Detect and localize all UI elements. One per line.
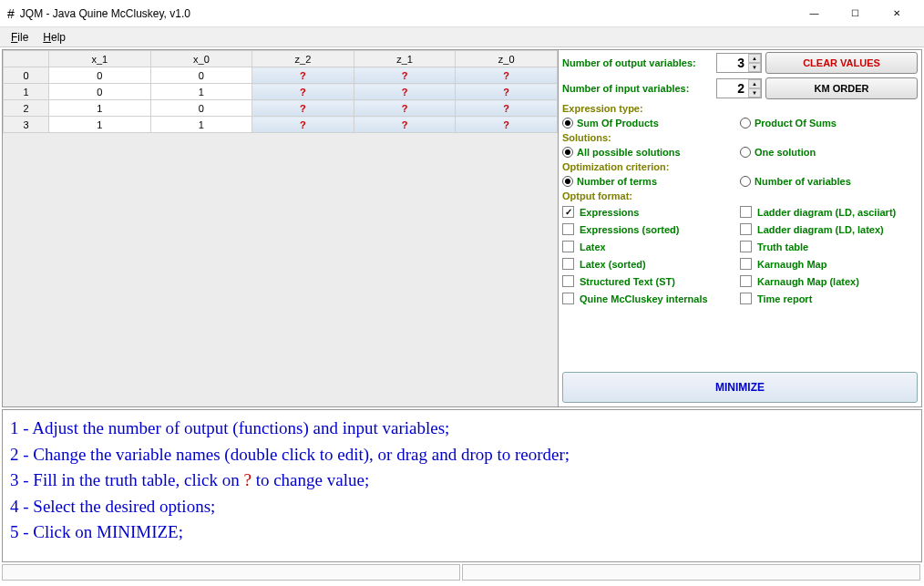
radio-product-of-sums[interactable]: Product Of Sums (740, 118, 918, 129)
radio-sum-of-products[interactable]: Sum Of Products (562, 118, 740, 129)
num-output-input[interactable] (717, 56, 748, 70)
num-input-spinner[interactable]: ▲ ▼ (716, 78, 762, 98)
output-cell[interactable]: ? (252, 84, 354, 100)
instructions-panel: 1 - Adjust the number of output (functio… (2, 409, 922, 562)
status-cell-right (462, 564, 920, 581)
check-structured-text[interactable]: Structured Text (ST) (562, 275, 740, 287)
truth-table: x_1x_0z_2z_1z_0 000???101???210???311??? (3, 50, 558, 133)
radio-number-of-terms[interactable]: Number of terms (562, 176, 740, 187)
table-row: 101??? (4, 84, 558, 100)
maximize-window-button[interactable]: ☐ (835, 0, 876, 26)
output-cell[interactable]: ? (252, 67, 354, 84)
num-input-down[interactable]: ▼ (748, 88, 761, 98)
row-index: 3 (4, 117, 49, 133)
menu-bar: File Help (0, 27, 924, 47)
input-cell: 1 (150, 84, 252, 100)
num-input-input[interactable] (717, 81, 748, 96)
window-title: JQM - Java Quine McCluskey, v1.0 (20, 7, 794, 20)
input-cell: 1 (150, 117, 252, 133)
check-time-report[interactable]: Time report (740, 293, 918, 304)
status-bar (2, 564, 922, 581)
output-cell[interactable]: ? (252, 117, 354, 133)
num-output-label: Number of output variables: (562, 57, 713, 68)
input-cell: 0 (150, 67, 252, 84)
input-cell: 0 (49, 67, 151, 84)
output-cell[interactable]: ? (456, 100, 558, 117)
minimize-window-button[interactable]: — (794, 0, 835, 26)
output-cell[interactable]: ? (456, 67, 558, 84)
table-row: 000??? (4, 67, 558, 84)
check-expressions-sorted[interactable]: Expressions (sorted) (562, 223, 740, 235)
check-ladder-latex[interactable]: Ladder diagram (LD, latex) (740, 223, 918, 235)
num-input-up[interactable]: ▲ (748, 79, 761, 88)
num-input-label: Number of input variables: (562, 83, 713, 94)
controls-panel: Number of output variables: ▲ ▼ CLEAR VA… (559, 50, 921, 406)
radio-one-solution[interactable]: One solution (740, 147, 918, 158)
output-format-label: Optput format: (559, 189, 921, 203)
check-expressions[interactable]: Expressions (562, 206, 740, 218)
menu-help[interactable]: Help (36, 29, 73, 46)
check-qm-internals[interactable]: Quine McCluskey internals (562, 293, 740, 304)
check-latex[interactable]: Latex (562, 241, 740, 252)
output-cell[interactable]: ? (354, 100, 456, 117)
app-icon: # (7, 6, 15, 21)
output-header[interactable]: z_2 (252, 51, 354, 67)
input-cell: 0 (49, 84, 151, 100)
instruction-line-4: 4 - Select the desired options; (10, 494, 914, 520)
km-order-button[interactable]: KM ORDER (765, 77, 918, 99)
row-index: 0 (4, 67, 49, 84)
input-header[interactable]: x_1 (49, 51, 151, 67)
check-latex-sorted[interactable]: Latex (sorted) (562, 258, 740, 270)
optimization-criterion-label: Optimization criterion: (559, 159, 921, 174)
instruction-line-3: 3 - Fill in the truth table, click on ? … (10, 468, 914, 494)
output-cell[interactable]: ? (354, 84, 456, 100)
instruction-line-2: 2 - Change the variable names (double cl… (10, 442, 914, 468)
title-bar: # JQM - Java Quine McCluskey, v1.0 — ☐ ✕ (0, 0, 924, 27)
output-cell[interactable]: ? (456, 84, 558, 100)
output-header[interactable]: z_0 (456, 51, 558, 67)
check-karnaugh-map[interactable]: Karnaugh Map (740, 258, 918, 270)
status-cell-left (2, 564, 460, 581)
num-output-down[interactable]: ▼ (748, 63, 761, 72)
input-cell: 0 (150, 100, 252, 117)
close-window-button[interactable]: ✕ (876, 0, 917, 26)
radio-all-solutions[interactable]: All possible solutions (562, 147, 740, 158)
input-header[interactable]: x_0 (150, 51, 252, 67)
table-row: 311??? (4, 117, 558, 133)
truth-table-panel: x_1x_0z_2z_1z_0 000???101???210???311??? (3, 50, 559, 406)
check-truth-table[interactable]: Truth table (740, 241, 918, 252)
output-cell[interactable]: ? (354, 117, 456, 133)
output-header[interactable]: z_1 (354, 51, 456, 67)
row-index: 1 (4, 84, 49, 100)
minimize-button[interactable]: MINIMIZE (562, 372, 918, 403)
input-cell: 1 (49, 100, 151, 117)
clear-values-button[interactable]: CLEAR VALUES (765, 52, 918, 74)
instruction-line-1: 1 - Adjust the number of output (functio… (10, 416, 914, 442)
output-cell[interactable]: ? (252, 100, 354, 117)
radio-number-of-variables[interactable]: Number of variables (740, 176, 918, 187)
expression-type-label: Expression type: (559, 101, 921, 116)
check-ladder-ascii[interactable]: Ladder diagram (LD, asciiart) (740, 206, 918, 218)
input-cell: 1 (49, 117, 151, 133)
output-cell[interactable]: ? (354, 67, 456, 84)
instruction-line-5: 5 - Click on MINIMIZE; (10, 519, 914, 546)
check-karnaugh-map-latex[interactable]: Karnaugh Map (latex) (740, 275, 918, 287)
num-output-up[interactable]: ▲ (748, 54, 761, 63)
row-index: 2 (4, 100, 49, 117)
num-output-spinner[interactable]: ▲ ▼ (716, 53, 762, 73)
output-cell[interactable]: ? (456, 117, 558, 133)
menu-file[interactable]: File (4, 29, 36, 46)
solutions-label: Solutions: (559, 130, 921, 145)
table-row: 210??? (4, 100, 558, 117)
